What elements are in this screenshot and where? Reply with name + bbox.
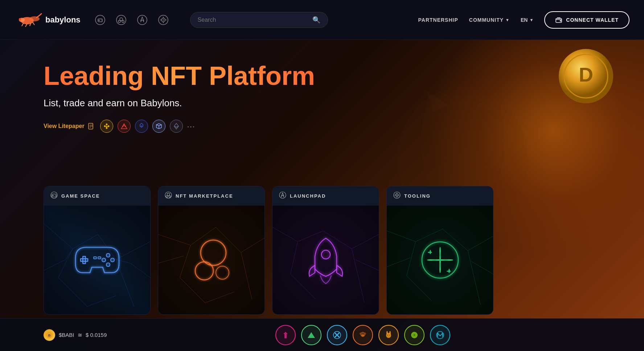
svg-line-71	[158, 256, 184, 263]
tooling-body	[387, 206, 493, 314]
game-space-icon	[50, 191, 58, 201]
chain-binance-icon[interactable]	[100, 120, 113, 133]
token-badge-3[interactable]	[327, 325, 347, 345]
launchpad-label: LAUNCHPAD	[290, 193, 326, 199]
babi-label: $BABI ≅ $ 0.0159	[59, 332, 107, 338]
svg-point-106	[360, 333, 362, 335]
svg-point-74	[216, 266, 229, 279]
pdf-icon	[87, 123, 95, 130]
token-badge-7[interactable]	[430, 325, 450, 345]
community-link[interactable]: COMMUNITY ▼	[469, 17, 510, 23]
hero-links: View Litepaper	[44, 120, 315, 133]
chain-chainlink-icon[interactable]	[135, 120, 148, 133]
chain-cube-icon[interactable]	[152, 120, 165, 133]
svg-point-53	[106, 253, 110, 257]
more-chains-icon[interactable]: ···	[187, 122, 196, 131]
cards-row: GAME SPACE	[44, 186, 493, 315]
svg-rect-57	[94, 257, 97, 259]
nft-marketplace-label: NFT MARKETPLACE	[176, 193, 233, 199]
partnership-link[interactable]: PARTNERSHIP	[418, 17, 458, 23]
litepaper-link[interactable]: View Litepaper	[44, 123, 95, 130]
nft-marketplace-card[interactable]: NFT MARKETPLACE	[158, 186, 265, 315]
nft-marketplace-icon	[165, 191, 172, 201]
wallet-icon	[555, 16, 562, 24]
connect-wallet-button[interactable]: CONNECT WALLET	[544, 11, 629, 29]
token-badge-4[interactable]	[353, 325, 373, 345]
svg-point-61	[166, 196, 168, 198]
logo-label: babylons	[45, 15, 81, 25]
chain-ethereum-icon[interactable]	[170, 120, 183, 133]
svg-line-81	[352, 249, 365, 303]
search-input[interactable]	[198, 17, 312, 23]
svg-point-108	[361, 334, 364, 336]
token-badge-2[interactable]	[301, 325, 321, 345]
chevron-down-icon: ▼	[505, 18, 510, 22]
svg-point-54	[111, 258, 114, 262]
svg-line-47	[130, 263, 150, 278]
tooling-card[interactable]: TOOLING	[386, 186, 493, 315]
hero-title: Leading NFT Platform	[44, 62, 315, 90]
token-badge-6[interactable]	[404, 325, 424, 345]
launchpad-card[interactable]: LAUNCHPAD	[272, 186, 379, 315]
navbar: babylons	[0, 0, 644, 40]
svg-rect-58	[98, 257, 101, 259]
logo[interactable]: babylons	[15, 10, 81, 30]
svg-point-111	[362, 335, 362, 335]
svg-line-99	[471, 261, 493, 274]
bottom-bar: B $BABI ≅ $ 0.0159	[0, 318, 644, 351]
svg-line-77	[291, 241, 298, 274]
svg-point-73	[195, 262, 213, 280]
nav-icon-game[interactable]	[95, 15, 105, 25]
game-space-header: GAME SPACE	[44, 186, 150, 206]
svg-point-55	[102, 258, 106, 262]
token-badge-1[interactable]	[275, 325, 296, 345]
game-space-label: GAME SPACE	[61, 193, 100, 199]
nft-circles-icon	[184, 233, 239, 287]
svg-line-46	[87, 296, 116, 306]
svg-point-8	[101, 20, 102, 20]
svg-line-97	[468, 251, 480, 305]
svg-point-109	[361, 333, 362, 334]
svg-line-67	[241, 238, 264, 252]
tooling-header: TOOLING	[387, 186, 493, 206]
svg-point-84	[321, 250, 330, 259]
svg-text:D: D	[579, 63, 593, 86]
svg-point-107	[364, 333, 366, 335]
language-selector[interactable]: EN ▼	[521, 17, 533, 23]
nav-icon-launch[interactable]	[137, 15, 147, 25]
svg-point-87	[397, 195, 398, 196]
svg-rect-52	[81, 259, 88, 261]
svg-point-62	[169, 196, 171, 198]
sparkle-icon	[413, 233, 467, 287]
svg-point-38	[56, 195, 56, 196]
svg-line-76	[272, 227, 298, 242]
svg-line-80	[352, 234, 379, 249]
chevron-down-icon: ▼	[529, 18, 533, 22]
svg-point-3	[19, 18, 21, 20]
svg-point-112	[363, 335, 363, 335]
svg-point-114	[386, 331, 388, 335]
nav-icon-group	[95, 15, 168, 25]
hero-subtitle: List, trade and earn on Babylons.	[44, 98, 315, 109]
svg-line-100	[387, 258, 410, 267]
chain-avalanche-icon[interactable]	[118, 120, 131, 133]
svg-line-45	[58, 278, 87, 306]
svg-line-68	[241, 252, 252, 299]
game-space-card[interactable]: GAME SPACE	[44, 186, 151, 315]
svg-point-10	[116, 15, 126, 25]
svg-point-9	[102, 20, 102, 21]
launchpad-header: LAUNCHPAD	[272, 186, 379, 206]
launchpad-body	[272, 206, 379, 314]
svg-rect-51	[83, 256, 86, 264]
controller-icon	[68, 240, 126, 280]
launchpad-icon	[279, 191, 286, 201]
search-bar[interactable]: 🔍	[190, 12, 328, 28]
svg-text:B: B	[48, 334, 51, 337]
nft-marketplace-body	[158, 206, 264, 314]
hero-section: D Leading NFT Platform List, trade and e…	[0, 40, 644, 351]
token-badge-5[interactable]	[378, 325, 399, 345]
nav-icon-nft[interactable]	[116, 15, 126, 25]
svg-line-70	[205, 292, 234, 303]
nav-icon-tool[interactable]	[158, 15, 168, 25]
svg-line-96	[468, 236, 493, 251]
